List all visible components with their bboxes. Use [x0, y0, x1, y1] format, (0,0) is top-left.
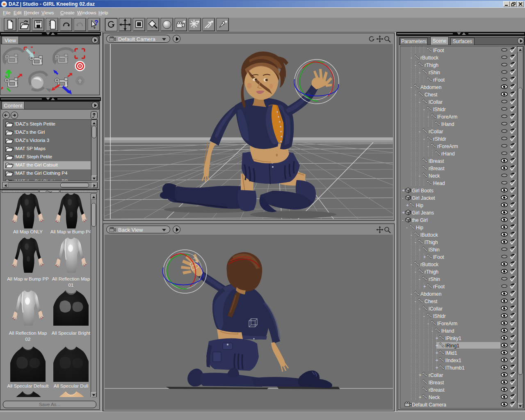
svg-text:?: ?	[94, 19, 98, 26]
